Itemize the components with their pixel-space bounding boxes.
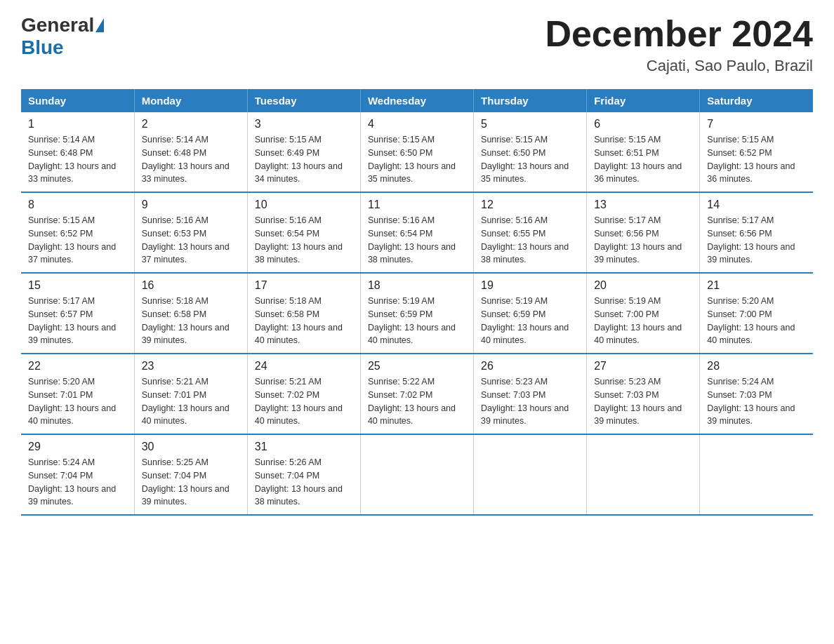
- day-info: Sunrise: 5:18 AMSunset: 6:58 PMDaylight:…: [255, 296, 343, 345]
- day-number: 8: [28, 199, 127, 211]
- day-info: Sunrise: 5:24 AMSunset: 7:04 PMDaylight:…: [28, 457, 116, 507]
- day-info: Sunrise: 5:17 AMSunset: 6:57 PMDaylight:…: [28, 296, 116, 345]
- calendar-day-cell: 26 Sunrise: 5:23 AMSunset: 7:03 PMDaylig…: [474, 354, 587, 434]
- day-number: 6: [594, 118, 692, 130]
- day-info: Sunrise: 5:23 AMSunset: 7:03 PMDaylight:…: [481, 377, 569, 426]
- day-info: Sunrise: 5:16 AMSunset: 6:53 PMDaylight:…: [142, 215, 230, 264]
- day-info: Sunrise: 5:19 AMSunset: 6:59 PMDaylight:…: [368, 296, 456, 345]
- day-number: 27: [594, 360, 692, 373]
- calendar-day-cell: 23 Sunrise: 5:21 AMSunset: 7:01 PMDaylig…: [134, 354, 247, 434]
- header-saturday: Saturday: [700, 89, 813, 112]
- calendar-day-cell: 15 Sunrise: 5:17 AMSunset: 6:57 PMDaylig…: [21, 273, 134, 354]
- calendar-title: December 2024: [545, 14, 813, 54]
- calendar-day-cell: 28 Sunrise: 5:24 AMSunset: 7:03 PMDaylig…: [700, 354, 813, 434]
- calendar-day-cell: 30 Sunrise: 5:25 AMSunset: 7:04 PMDaylig…: [134, 434, 247, 515]
- logo-triangle-icon: [95, 18, 104, 32]
- day-number: 22: [28, 360, 127, 373]
- calendar-day-cell: 22 Sunrise: 5:20 AMSunset: 7:01 PMDaylig…: [21, 354, 134, 434]
- day-number: 5: [481, 118, 579, 130]
- day-number: 31: [255, 441, 353, 453]
- day-number: 24: [255, 360, 353, 373]
- calendar-day-cell: 12 Sunrise: 5:16 AMSunset: 6:55 PMDaylig…: [474, 192, 587, 273]
- header-monday: Monday: [134, 89, 247, 112]
- day-number: 1: [28, 118, 127, 130]
- day-info: Sunrise: 5:26 AMSunset: 7:04 PMDaylight:…: [255, 457, 343, 507]
- calendar-day-cell: 21 Sunrise: 5:20 AMSunset: 7:00 PMDaylig…: [700, 273, 813, 354]
- calendar-week-row: 15 Sunrise: 5:17 AMSunset: 6:57 PMDaylig…: [21, 273, 813, 354]
- day-number: 7: [707, 118, 806, 130]
- calendar-day-cell: 31 Sunrise: 5:26 AMSunset: 7:04 PMDaylig…: [247, 434, 360, 515]
- day-number: 17: [255, 279, 353, 292]
- calendar-day-cell: 9 Sunrise: 5:16 AMSunset: 6:53 PMDayligh…: [134, 192, 247, 273]
- calendar-day-cell: 8 Sunrise: 5:15 AMSunset: 6:52 PMDayligh…: [21, 192, 134, 273]
- calendar-table: SundayMondayTuesdayWednesdayThursdayFrid…: [21, 89, 813, 516]
- day-info: Sunrise: 5:15 AMSunset: 6:50 PMDaylight:…: [481, 135, 569, 184]
- day-info: Sunrise: 5:17 AMSunset: 6:56 PMDaylight:…: [594, 215, 682, 264]
- logo-blue-text: Blue: [21, 36, 64, 58]
- day-number: 16: [142, 279, 240, 292]
- header-sunday: Sunday: [21, 89, 134, 112]
- calendar-day-cell: 25 Sunrise: 5:22 AMSunset: 7:02 PMDaylig…: [360, 354, 473, 434]
- calendar-day-cell: 17 Sunrise: 5:18 AMSunset: 6:58 PMDaylig…: [247, 273, 360, 354]
- day-info: Sunrise: 5:15 AMSunset: 6:51 PMDaylight:…: [594, 135, 682, 184]
- day-number: 30: [142, 441, 240, 453]
- day-number: 3: [255, 118, 353, 130]
- header-friday: Friday: [587, 89, 700, 112]
- calendar-day-cell: 16 Sunrise: 5:18 AMSunset: 6:58 PMDaylig…: [134, 273, 247, 354]
- calendar-day-cell: 29 Sunrise: 5:24 AMSunset: 7:04 PMDaylig…: [21, 434, 134, 515]
- day-info: Sunrise: 5:15 AMSunset: 6:52 PMDaylight:…: [707, 135, 795, 184]
- calendar-day-cell: [700, 434, 813, 515]
- header-wednesday: Wednesday: [360, 89, 473, 112]
- calendar-day-cell: [587, 434, 700, 515]
- calendar-day-cell: 2 Sunrise: 5:14 AMSunset: 6:48 PMDayligh…: [134, 112, 247, 192]
- calendar-subtitle: Cajati, Sao Paulo, Brazil: [545, 57, 813, 75]
- day-info: Sunrise: 5:23 AMSunset: 7:03 PMDaylight:…: [594, 377, 682, 426]
- day-info: Sunrise: 5:19 AMSunset: 6:59 PMDaylight:…: [481, 296, 569, 345]
- calendar-day-cell: 27 Sunrise: 5:23 AMSunset: 7:03 PMDaylig…: [587, 354, 700, 434]
- calendar-day-cell: 10 Sunrise: 5:16 AMSunset: 6:54 PMDaylig…: [247, 192, 360, 273]
- day-number: 14: [707, 199, 806, 211]
- day-number: 23: [142, 360, 240, 373]
- logo: General Blue: [21, 14, 105, 59]
- calendar-day-cell: 4 Sunrise: 5:15 AMSunset: 6:50 PMDayligh…: [360, 112, 473, 192]
- day-info: Sunrise: 5:15 AMSunset: 6:52 PMDaylight:…: [28, 215, 116, 264]
- calendar-day-cell: 3 Sunrise: 5:15 AMSunset: 6:49 PMDayligh…: [247, 112, 360, 192]
- page-header: General Blue December 2024 Cajati, Sao P…: [21, 14, 813, 75]
- logo-general-text: General: [21, 14, 94, 36]
- calendar-day-cell: 20 Sunrise: 5:19 AMSunset: 7:00 PMDaylig…: [587, 273, 700, 354]
- day-info: Sunrise: 5:24 AMSunset: 7:03 PMDaylight:…: [707, 377, 795, 426]
- header-tuesday: Tuesday: [247, 89, 360, 112]
- calendar-day-cell: [474, 434, 587, 515]
- day-info: Sunrise: 5:20 AMSunset: 7:00 PMDaylight:…: [707, 296, 795, 345]
- day-info: Sunrise: 5:22 AMSunset: 7:02 PMDaylight:…: [368, 377, 456, 426]
- day-number: 28: [707, 360, 806, 373]
- day-number: 13: [594, 199, 692, 211]
- day-number: 10: [255, 199, 353, 211]
- day-info: Sunrise: 5:25 AMSunset: 7:04 PMDaylight:…: [142, 457, 230, 507]
- day-info: Sunrise: 5:20 AMSunset: 7:01 PMDaylight:…: [28, 377, 116, 426]
- day-number: 2: [142, 118, 240, 130]
- day-info: Sunrise: 5:17 AMSunset: 6:56 PMDaylight:…: [707, 215, 795, 264]
- calendar-week-row: 8 Sunrise: 5:15 AMSunset: 6:52 PMDayligh…: [21, 192, 813, 273]
- day-info: Sunrise: 5:18 AMSunset: 6:58 PMDaylight:…: [142, 296, 230, 345]
- calendar-day-cell: 11 Sunrise: 5:16 AMSunset: 6:54 PMDaylig…: [360, 192, 473, 273]
- calendar-day-cell: 24 Sunrise: 5:21 AMSunset: 7:02 PMDaylig…: [247, 354, 360, 434]
- day-number: 11: [368, 199, 466, 211]
- calendar-day-cell: 14 Sunrise: 5:17 AMSunset: 6:56 PMDaylig…: [700, 192, 813, 273]
- day-info: Sunrise: 5:21 AMSunset: 7:02 PMDaylight:…: [255, 377, 343, 426]
- day-info: Sunrise: 5:19 AMSunset: 7:00 PMDaylight:…: [594, 296, 682, 345]
- day-number: 29: [28, 441, 127, 453]
- day-number: 4: [368, 118, 466, 130]
- day-number: 26: [481, 360, 579, 373]
- calendar-week-row: 29 Sunrise: 5:24 AMSunset: 7:04 PMDaylig…: [21, 434, 813, 515]
- day-info: Sunrise: 5:16 AMSunset: 6:54 PMDaylight:…: [255, 215, 343, 264]
- day-number: 25: [368, 360, 466, 373]
- day-number: 21: [707, 279, 806, 292]
- calendar-day-cell: 6 Sunrise: 5:15 AMSunset: 6:51 PMDayligh…: [587, 112, 700, 192]
- calendar-week-row: 22 Sunrise: 5:20 AMSunset: 7:01 PMDaylig…: [21, 354, 813, 434]
- calendar-day-cell: 19 Sunrise: 5:19 AMSunset: 6:59 PMDaylig…: [474, 273, 587, 354]
- title-section: December 2024 Cajati, Sao Paulo, Brazil: [545, 14, 813, 75]
- calendar-day-cell: 5 Sunrise: 5:15 AMSunset: 6:50 PMDayligh…: [474, 112, 587, 192]
- day-info: Sunrise: 5:14 AMSunset: 6:48 PMDaylight:…: [28, 135, 116, 184]
- calendar-day-cell: 1 Sunrise: 5:14 AMSunset: 6:48 PMDayligh…: [21, 112, 134, 192]
